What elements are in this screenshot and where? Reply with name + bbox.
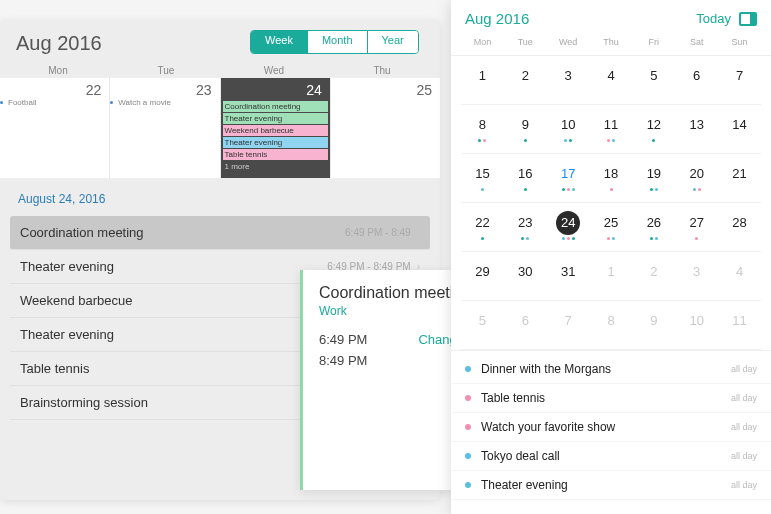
month-day-cell[interactable]: 8 xyxy=(590,301,633,349)
event-dot-icon xyxy=(655,188,658,191)
month-day-cell[interactable]: 15 xyxy=(461,154,504,202)
month-day-number: 13 xyxy=(685,113,709,137)
event-dots xyxy=(590,188,633,191)
week-day-cell[interactable]: 23Watch a movie xyxy=(110,78,220,178)
detail-end-time: 8:49 PM xyxy=(319,353,367,368)
month-day-cell[interactable]: 11 xyxy=(718,301,761,349)
agenda-item[interactable]: Dinner with the Morgansall day xyxy=(451,355,771,384)
week-day-cell[interactable]: 25 xyxy=(331,78,440,178)
month-day-cell[interactable]: 4 xyxy=(590,56,633,104)
agenda-name: Watch your favorite show xyxy=(481,420,731,434)
month-day-cell[interactable]: 13 xyxy=(675,105,718,153)
month-day-cell[interactable]: 30 xyxy=(504,252,547,300)
month-week-row: 22232425262728 xyxy=(461,203,761,252)
month-day-number: 30 xyxy=(513,260,537,284)
agenda-item[interactable]: Watch your favorite showall day xyxy=(451,413,771,442)
event-dot-icon xyxy=(478,139,481,142)
month-day-cell[interactable]: 26 xyxy=(632,203,675,251)
month-day-cell[interactable]: 29 xyxy=(461,252,504,300)
month-day-cell[interactable]: 14 xyxy=(718,105,761,153)
month-day-cell[interactable]: 21 xyxy=(718,154,761,202)
month-day-cell[interactable]: 22 xyxy=(461,203,504,251)
month-day-cell[interactable]: 1 xyxy=(461,56,504,104)
event-list-item[interactable]: Coordination meeting6:49 PM - 8:49› xyxy=(10,216,430,250)
agenda-item[interactable]: Table tennisall day xyxy=(451,384,771,413)
month-day-cell[interactable]: 5 xyxy=(461,301,504,349)
month-year-title: Aug 2016 xyxy=(16,32,102,55)
month-day-cell[interactable]: 23 xyxy=(504,203,547,251)
month-day-number: 9 xyxy=(513,113,537,137)
month-day-cell[interactable]: 10 xyxy=(675,301,718,349)
month-day-cell[interactable]: 17 xyxy=(547,154,590,202)
event-dots xyxy=(547,237,590,240)
month-week-row: 15161718192021 xyxy=(461,154,761,203)
week-dow-cell: Wed xyxy=(220,63,328,78)
month-day-cell[interactable]: 31 xyxy=(547,252,590,300)
month-day-cell[interactable]: 2 xyxy=(504,56,547,104)
month-day-cell[interactable]: 11 xyxy=(590,105,633,153)
month-day-cell[interactable]: 18 xyxy=(590,154,633,202)
month-week-row: 1234567 xyxy=(461,56,761,105)
agenda-item[interactable]: Theater eveningall day xyxy=(451,471,771,500)
agenda-time: all day xyxy=(731,393,757,403)
month-day-number: 20 xyxy=(685,162,709,186)
tab-week[interactable]: Week xyxy=(251,31,308,53)
month-day-number: 10 xyxy=(556,113,580,137)
month-day-cell[interactable]: 6 xyxy=(675,56,718,104)
mini-event[interactable]: Table tennis xyxy=(223,149,328,160)
event-dots xyxy=(675,237,718,240)
mini-event[interactable]: Coordination meeting xyxy=(223,101,328,112)
detail-calendar-label: Work xyxy=(319,304,464,318)
month-day-cell[interactable]: 6 xyxy=(504,301,547,349)
mini-event[interactable]: Theater evening xyxy=(223,113,328,124)
month-day-cell[interactable]: 2 xyxy=(632,252,675,300)
month-day-number: 8 xyxy=(470,113,494,137)
mini-event[interactable]: Weekend barbecue xyxy=(223,125,328,136)
month-dow-cell: Thu xyxy=(590,37,633,47)
event-dot-icon xyxy=(481,237,484,240)
mini-event[interactable]: 1 more xyxy=(223,161,328,172)
month-day-cell[interactable]: 10 xyxy=(547,105,590,153)
month-week-row: 567891011 xyxy=(461,301,761,350)
month-day-cell[interactable]: 3 xyxy=(675,252,718,300)
event-dots xyxy=(632,188,675,191)
month-day-cell[interactable]: 7 xyxy=(718,56,761,104)
month-day-cell[interactable]: 24 xyxy=(547,203,590,251)
detail-start-row: 6:49 PM Change xyxy=(319,332,464,347)
today-button[interactable]: Today xyxy=(696,11,731,26)
month-day-cell[interactable]: 9 xyxy=(504,105,547,153)
month-day-cell[interactable]: 5 xyxy=(632,56,675,104)
agenda-name: Tokyo deal call xyxy=(481,449,731,463)
event-name: Table tennis xyxy=(20,361,327,376)
event-name: Weekend barbecue xyxy=(20,293,327,308)
event-dot-icon xyxy=(650,237,653,240)
month-day-number: 1 xyxy=(599,260,623,284)
month-day-cell[interactable]: 8 xyxy=(461,105,504,153)
agenda-dot-icon xyxy=(465,366,471,372)
tab-month[interactable]: Month xyxy=(308,31,368,53)
mini-event[interactable]: Theater evening xyxy=(223,137,328,148)
month-day-cell[interactable]: 4 xyxy=(718,252,761,300)
month-day-cell[interactable]: 1 xyxy=(590,252,633,300)
month-day-cell[interactable]: 20 xyxy=(675,154,718,202)
month-day-cell[interactable]: 12 xyxy=(632,105,675,153)
month-day-number: 1 xyxy=(470,64,494,88)
tab-year[interactable]: Year xyxy=(368,31,418,53)
agenda-item[interactable]: Tokyo deal callall day xyxy=(451,442,771,471)
event-dot-icon xyxy=(698,188,701,191)
event-dot-icon xyxy=(652,139,655,142)
month-day-cell[interactable]: 25 xyxy=(590,203,633,251)
selected-date-label: August 24, 2016 xyxy=(10,188,430,216)
month-day-cell[interactable]: 9 xyxy=(632,301,675,349)
panel-toggle-icon[interactable] xyxy=(739,12,757,26)
month-title[interactable]: Aug 2016 xyxy=(465,10,529,27)
month-day-cell[interactable]: 27 xyxy=(675,203,718,251)
week-day-cell[interactable]: 24Coordination meetingTheater eveningWee… xyxy=(221,78,331,178)
week-day-cell[interactable]: 22Football xyxy=(0,78,110,178)
month-day-cell[interactable]: 3 xyxy=(547,56,590,104)
month-day-cell[interactable]: 19 xyxy=(632,154,675,202)
month-day-number: 24 xyxy=(556,211,580,235)
month-day-cell[interactable]: 7 xyxy=(547,301,590,349)
month-day-cell[interactable]: 28 xyxy=(718,203,761,251)
month-day-cell[interactable]: 16 xyxy=(504,154,547,202)
